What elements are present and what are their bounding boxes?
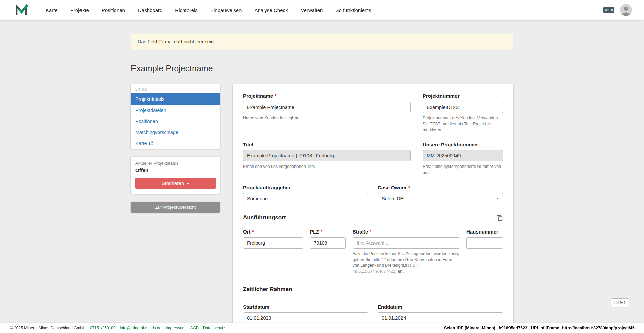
field-ort: Ort xyxy=(243,229,303,249)
alert-banner: Das Feld 'Firma' darf nicht leer sein. xyxy=(131,34,513,50)
strasse-hint-end: an. xyxy=(397,269,404,274)
field-case-owner: Case Owner Selen IDE xyxy=(378,185,503,204)
field-projektnummer: Projektnummer Projektnummer des Kunden. … xyxy=(423,93,503,133)
project-overview-button[interactable]: Zur Projektübersicht xyxy=(131,202,220,213)
title-divider xyxy=(131,79,513,79)
projektname-hint: Name vom Kunden festlegbar xyxy=(243,115,411,121)
footer-phone-wrap: 07151/250100 xyxy=(87,326,116,330)
projektauftraggeber-input[interactable] xyxy=(243,193,368,204)
field-projektauftraggeber: Projektauftraggeber xyxy=(243,185,368,204)
nav-item-einbauweisen[interactable]: Einbauweisen xyxy=(210,7,241,13)
unsere-projektnummer-label: Unsere Projektnummer xyxy=(423,142,503,147)
strasse-input[interactable] xyxy=(353,237,460,249)
titel-input xyxy=(243,150,411,161)
case-owner-value: Selen IDE xyxy=(382,196,404,201)
enddatum-label: Enddatum xyxy=(378,304,503,310)
main-nav: Karte Projekte Positionen Dashboard Rich… xyxy=(46,7,603,13)
nav-right xyxy=(603,4,632,16)
field-strasse: Straße Falls die Position keiner Straße … xyxy=(353,229,460,275)
caret-down-icon xyxy=(496,198,499,199)
sidebar-item-label: Positionen xyxy=(135,119,158,124)
projektnummer-label: Projektnummer xyxy=(423,93,503,99)
footer-session-info: Selen IDE (Mineral Minds) | b91695ed7623… xyxy=(444,326,635,330)
plz-input[interactable] xyxy=(310,237,346,249)
hausnummer-label: Hausnummer xyxy=(466,229,503,235)
status-label: Aktueller Projektstatus: xyxy=(135,161,216,166)
sidebar-links-card: LINKS Projektdetails Projektdateien Posi… xyxy=(131,84,220,149)
footer-agb-link[interactable]: AGB xyxy=(190,326,199,330)
nav-item-positionen[interactable]: Positionen xyxy=(102,7,125,13)
nav-item-projekte[interactable]: Projekte xyxy=(70,7,89,13)
nav-item-verwalten[interactable]: Verwalten xyxy=(301,7,323,13)
enddatum-input[interactable] xyxy=(378,312,503,324)
field-projektname: Projektname Name vom Kunden festlegbar xyxy=(243,93,411,121)
titel-label: Titel xyxy=(243,142,411,147)
copy-icon xyxy=(496,214,503,221)
plz-label: PLZ xyxy=(310,229,346,235)
page-content: Das Feld 'Firma' darf nicht leer sein. E… xyxy=(131,0,513,333)
page-title: Example Projectname xyxy=(131,64,513,73)
footer-email-link[interactable]: info@mineral-minds.de xyxy=(120,326,162,330)
nav-item-so-funktionierts[interactable]: So funktioniert's xyxy=(335,7,371,13)
projektname-input[interactable] xyxy=(243,102,411,113)
nav-item-analyse-check[interactable]: Analyse Check xyxy=(254,7,288,13)
stornieren-button-label: Stornieren xyxy=(162,181,184,186)
footer-impressum-wrap: Impressum xyxy=(163,326,185,330)
footer-impressum-link[interactable]: Impressum xyxy=(166,326,185,330)
zeitlicher-rahmen-heading: Zeitlicher Rahmen xyxy=(243,286,503,293)
projektauftraggeber-label: Projektauftraggeber xyxy=(243,185,368,190)
nav-item-richtpreis[interactable]: Richtpreis xyxy=(175,7,198,13)
sidebar-item-projektdetails[interactable]: Projektdetails xyxy=(131,93,220,105)
sidebar-item-label: Matchingvorschläge xyxy=(135,130,178,135)
field-unsere-projektnummer: Unsere Projektnummer Erhält eine systemg… xyxy=(423,142,503,176)
unsere-projektnummer-hint: Erhält eine systemgenerierte Nummer von … xyxy=(423,164,503,176)
status-value: Offen xyxy=(135,167,216,173)
case-owner-select[interactable]: Selen IDE xyxy=(378,193,503,204)
startdatum-label: Startdatum xyxy=(243,304,368,310)
sidebar-item-matchingvorschlaege[interactable]: Matchingvorschläge xyxy=(131,127,220,138)
projektname-label: Projektname xyxy=(243,93,411,99)
sidebar-item-positionen[interactable]: Positionen xyxy=(131,116,220,127)
user-avatar-icon xyxy=(620,4,632,16)
sidebar-item-label: Karte xyxy=(135,141,147,146)
copy-address-button[interactable] xyxy=(496,214,503,221)
field-titel: Titel Erhält den von uns vorgegebenen Ti… xyxy=(243,142,411,170)
nav-item-karte[interactable]: Karte xyxy=(46,7,58,13)
footer-datenschutz-wrap: Datenschutz xyxy=(200,326,225,330)
strasse-label: Straße xyxy=(353,229,460,235)
ort-input[interactable] xyxy=(243,237,303,249)
strasse-hint: Falls die Position keiner Straße zugeord… xyxy=(353,251,460,275)
help-button[interactable]: Hilfe? xyxy=(611,298,629,307)
sidebar-item-label: Projektdetails xyxy=(135,96,164,102)
top-nav: Karte Projekte Positionen Dashboard Rich… xyxy=(0,0,644,20)
ausfuehrungsort-heading: Ausführungsort xyxy=(243,214,286,221)
projektnummer-input[interactable] xyxy=(423,102,503,113)
footer-phone-link[interactable]: 07151/250100 xyxy=(90,326,116,330)
field-plz: PLZ xyxy=(310,229,346,249)
field-hausnummer: Hausnummer xyxy=(466,229,503,249)
logo[interactable] xyxy=(15,3,28,17)
sidebar-item-projektdateien[interactable]: Projektdateien xyxy=(131,105,220,116)
hausnummer-input[interactable] xyxy=(466,237,503,249)
footer-left: © 2025 Mineral Minds Deutschland GmbH 07… xyxy=(10,326,227,330)
sidebar-item-karte[interactable]: Karte xyxy=(131,138,220,149)
alert-message: Das Feld 'Firma' darf nicht leer sein. xyxy=(138,39,215,44)
footer: © 2025 Mineral Minds Deutschland GmbH 07… xyxy=(0,323,644,333)
footer-datenschutz-link[interactable]: Datenschutz xyxy=(203,326,225,330)
caret-down-icon xyxy=(186,183,189,184)
startdatum-input[interactable] xyxy=(243,312,368,324)
titel-hint: Erhält den von uns vorgegebenen Titel. xyxy=(243,164,411,170)
user-avatar[interactable] xyxy=(620,4,632,16)
sidebar-item-label: Projektdateien xyxy=(135,108,166,113)
server-icon[interactable] xyxy=(603,6,614,14)
unsere-projektnummer-input xyxy=(423,150,503,161)
ort-label: Ort xyxy=(243,229,303,235)
case-owner-label: Case Owner xyxy=(378,185,503,190)
footer-agb-wrap: AGB xyxy=(187,326,199,330)
sidebar-links-header: LINKS xyxy=(131,84,220,93)
projektnummer-hint: Projektnummer des Kunden. Verwenden Sie … xyxy=(423,115,503,133)
sidebar: LINKS Projektdetails Projektdateien Posi… xyxy=(131,84,220,213)
nav-item-dashboard[interactable]: Dashboard xyxy=(138,7,162,13)
zeitlicher-rahmen-divider xyxy=(243,296,503,296)
stornieren-button[interactable]: Stornieren xyxy=(135,178,216,189)
